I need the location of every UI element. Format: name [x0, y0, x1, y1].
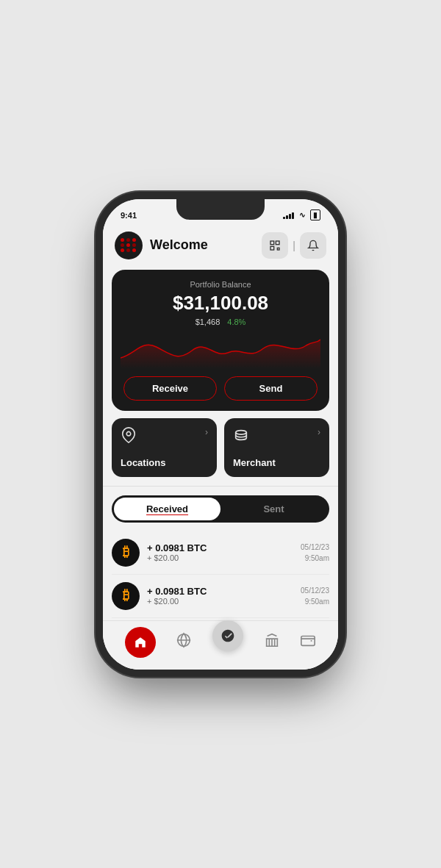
bottom-nav [103, 620, 338, 670]
nav-bank[interactable] [264, 632, 280, 652]
tx-time: 05/12/23 9:50am [301, 542, 329, 564]
svg-rect-3 [278, 248, 280, 250]
wallet-icon [300, 632, 316, 652]
bitcoin-icon: ₿ [112, 582, 140, 610]
app-header: Welcome | [103, 226, 338, 267]
svg-point-6 [236, 430, 247, 434]
merchant-chevron-icon: › [318, 427, 320, 437]
stat-value: $1,468 [196, 318, 220, 326]
locations-tile-header: › [121, 427, 208, 447]
nav-home[interactable] [125, 627, 156, 658]
status-right: ∿ ▮ [283, 209, 320, 220]
bank-icon [264, 632, 280, 652]
portfolio-card: Portfolio Balance $31,100.08 $1,468 4.8% [112, 270, 329, 411]
svg-rect-9 [301, 636, 315, 646]
svg-point-5 [126, 431, 131, 436]
scan-button[interactable] [262, 232, 288, 259]
tab-sent[interactable]: Sent [220, 498, 327, 520]
phone-notch [176, 199, 265, 220]
header-right: | [262, 232, 326, 259]
nav-wallet[interactable] [300, 632, 316, 652]
tab-received[interactable]: Received [114, 498, 220, 520]
receive-button[interactable]: Receive [123, 376, 217, 401]
rocket-icon [212, 620, 243, 651]
status-time: 9:41 [121, 211, 137, 220]
merchant-tile[interactable]: › Merchant [224, 418, 329, 477]
portfolio-stats: $1,468 4.8% [123, 318, 318, 326]
svg-point-8 [226, 637, 229, 639]
phone-screen: 9:41 ∿ ▮ [103, 199, 338, 670]
notification-button[interactable] [300, 232, 326, 259]
tx-details: + 0.0981 BTC + $20.00 [147, 586, 301, 606]
svg-rect-2 [270, 246, 274, 250]
globe-icon [176, 632, 192, 652]
card-actions: Receive Send [123, 376, 318, 401]
transaction-item[interactable]: ₿ + 0.0981 BTC + $20.00 05/12/23 9:50am [112, 531, 329, 575]
transaction-item[interactable]: ₿ + 0.0981 BTC + $20.00 05/12/23 9:50am [112, 575, 329, 618]
svg-rect-0 [270, 241, 274, 245]
tx-time: 05/12/23 9:50am [301, 585, 329, 607]
portfolio-label: Portfolio Balance [123, 280, 318, 289]
nav-globe[interactable] [176, 632, 192, 652]
header-divider: | [291, 240, 297, 251]
send-button[interactable]: Send [224, 376, 318, 401]
home-icon [125, 627, 156, 658]
location-pin-icon [121, 427, 137, 447]
merchant-label: Merchant [233, 457, 320, 468]
locations-label: Locations [121, 457, 208, 468]
battery-icon: ▮ [310, 209, 320, 220]
wifi-icon: ∿ [299, 211, 305, 219]
merchant-tile-header: › [233, 427, 320, 447]
header-title: Welcome [150, 237, 208, 253]
signal-icon [283, 212, 294, 219]
stat-change: 4.8% [227, 318, 245, 326]
tx-usd: + $20.00 [147, 553, 301, 562]
quick-actions: › Locations › [112, 418, 329, 477]
tabs-container: Received Sent [112, 495, 329, 523]
app-content: Welcome | [103, 226, 338, 620]
locations-chevron-icon: › [205, 427, 208, 437]
merchant-coin-icon [233, 427, 249, 447]
tx-details: + 0.0981 BTC + $20.00 [147, 542, 301, 562]
logo-icon [115, 232, 143, 259]
nav-rocket[interactable] [212, 634, 243, 651]
header-left: Welcome [115, 232, 208, 259]
locations-tile[interactable]: › Locations [112, 418, 217, 477]
tx-amount: + 0.0981 BTC [147, 586, 301, 597]
portfolio-amount: $31,100.08 [123, 292, 318, 315]
bitcoin-icon: ₿ [112, 539, 140, 567]
svg-rect-1 [276, 241, 280, 245]
phone-shell: 9:41 ∿ ▮ [103, 199, 338, 670]
tx-amount: + 0.0981 BTC [147, 542, 301, 553]
section-divider [103, 486, 338, 487]
chart-area [121, 332, 320, 369]
tx-usd: + $20.00 [147, 597, 301, 606]
transaction-list: ₿ + 0.0981 BTC + $20.00 05/12/23 9:50am … [103, 531, 338, 620]
